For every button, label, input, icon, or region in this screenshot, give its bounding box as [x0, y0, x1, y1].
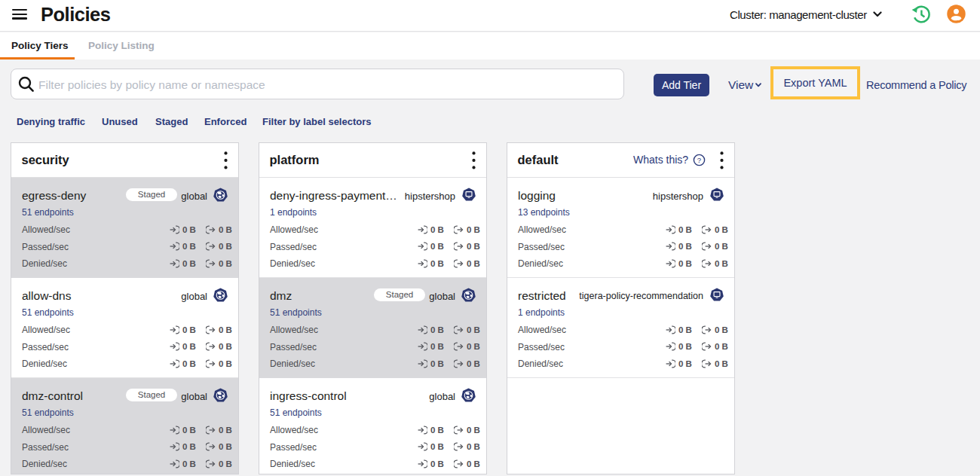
- svg-text:?: ?: [697, 155, 701, 163]
